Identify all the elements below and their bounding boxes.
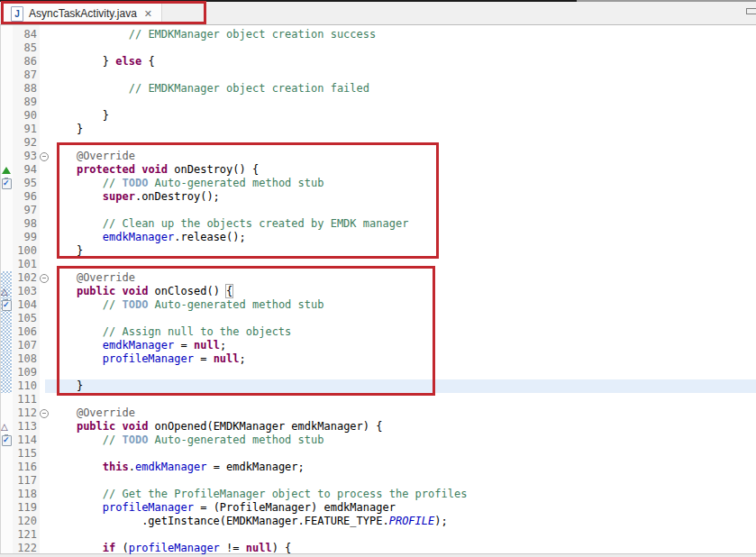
code-token: ; <box>220 339 226 352</box>
line-number[interactable]: 114 <box>13 434 37 447</box>
line-number[interactable]: 99 <box>13 231 37 244</box>
code-line[interactable]: public void onOpened(EMDKManager emdkMan… <box>50 420 756 434</box>
code-line[interactable] <box>50 393 756 406</box>
todo-task-marker-icon[interactable] <box>2 300 12 311</box>
line-number[interactable]: 102 <box>13 271 37 285</box>
code-token: ) { <box>272 542 292 554</box>
line-number[interactable]: 117 <box>13 474 37 488</box>
code-line[interactable] <box>50 312 756 325</box>
implements-marker-icon[interactable]: △ <box>1 286 8 297</box>
code-line[interactable]: @Override <box>50 150 756 163</box>
line-number[interactable]: 113 <box>13 420 37 434</box>
line-number[interactable]: 107 <box>13 339 37 352</box>
code-token <box>50 298 103 311</box>
line-number[interactable]: 84 <box>13 28 37 41</box>
line-number[interactable]: 106 <box>13 325 37 339</box>
code-line[interactable]: super.onDestroy(); <box>50 190 756 204</box>
line-number[interactable]: 119 <box>13 501 37 515</box>
line-number[interactable]: 98 <box>13 217 37 231</box>
todo-task-marker-icon[interactable] <box>2 435 12 446</box>
code-line[interactable] <box>50 204 756 217</box>
code-line[interactable] <box>50 258 756 271</box>
implements-marker-icon[interactable]: △ <box>1 421 8 433</box>
code-line[interactable] <box>50 68 756 82</box>
line-number[interactable]: 93 <box>13 150 37 163</box>
collapse-fold-icon[interactable] <box>40 409 49 418</box>
line-number[interactable]: 120 <box>13 515 37 528</box>
line-number[interactable]: 85 <box>13 41 37 55</box>
code-line[interactable] <box>50 41 756 55</box>
code-line[interactable]: // TODO Auto-generated method stub <box>50 298 756 312</box>
code-line[interactable]: } else { <box>50 55 756 68</box>
line-number[interactable]: 95 <box>13 177 37 190</box>
line-number[interactable]: 110 <box>13 379 37 393</box>
todo-task-marker-icon[interactable] <box>2 178 12 189</box>
code-line[interactable]: emdkManager.release(); <box>50 231 756 244</box>
line-number[interactable]: 103 <box>13 285 37 298</box>
code-line[interactable] <box>50 528 756 542</box>
code-line[interactable]: } <box>50 379 756 393</box>
code-line[interactable] <box>50 96 756 109</box>
code-line[interactable]: // Assign null to the objects <box>50 325 756 339</box>
line-number[interactable]: 105 <box>13 312 37 325</box>
minimize-icon[interactable] <box>746 8 756 14</box>
line-number[interactable]: 89 <box>13 96 37 109</box>
code-line[interactable]: // EMDKManager object creation failed <box>50 82 756 96</box>
code-line[interactable]: } <box>50 109 756 123</box>
code-line[interactable]: emdkManager = null; <box>50 339 756 352</box>
code-line[interactable]: } <box>50 244 756 258</box>
code-line[interactable]: profileManager = (ProfileManager) emdkMa… <box>50 501 756 515</box>
code-line[interactable]: // Get the ProfileManager object to proc… <box>50 488 756 501</box>
line-number[interactable]: 104 <box>13 298 37 312</box>
line-number[interactable]: 121 <box>13 528 37 542</box>
tab-close-icon[interactable]: ✕ <box>144 8 152 20</box>
line-number[interactable]: 86 <box>13 55 37 68</box>
line-number[interactable]: 88 <box>13 82 37 96</box>
code-line[interactable] <box>50 474 756 488</box>
code-line[interactable]: @Override <box>50 406 756 420</box>
code-line[interactable] <box>50 136 756 150</box>
line-number[interactable]: 111 <box>13 393 37 406</box>
code-line[interactable] <box>50 447 756 461</box>
line-number[interactable]: 91 <box>13 123 37 136</box>
code-line[interactable]: @Override <box>50 271 756 285</box>
code-line[interactable]: // TODO Auto-generated method stub <box>50 434 756 447</box>
line-number[interactable]: 116 <box>13 461 37 474</box>
gutter-cell <box>1 163 12 177</box>
editor-tab-asynctaskactivity[interactable]: J AsyncTaskActivity.java ✕ <box>4 3 162 24</box>
code-line[interactable]: } <box>50 123 756 136</box>
code-token <box>50 82 129 95</box>
line-number[interactable]: 90 <box>13 109 37 123</box>
code-line[interactable]: profileManager = null; <box>50 352 756 366</box>
line-number[interactable]: 118 <box>13 488 37 501</box>
line-number[interactable]: 101 <box>13 258 37 271</box>
code-line[interactable]: if (profileManager != null) { <box>50 542 756 555</box>
code-line[interactable]: public void onClosed() { <box>50 285 756 298</box>
code-line[interactable]: protected void onDestroy() { <box>50 163 756 177</box>
gutter-cell <box>1 515 12 528</box>
code-line[interactable]: // EMDKManager object creation success <box>50 28 756 41</box>
line-number[interactable]: 97 <box>13 204 37 217</box>
overrides-marker-icon[interactable] <box>2 167 11 174</box>
code-line[interactable] <box>50 366 756 379</box>
line-number[interactable]: 100 <box>13 244 37 258</box>
code-editor[interactable]: 84 // EMDKManager object creation succes… <box>0 25 756 557</box>
collapse-fold-icon[interactable] <box>40 152 49 161</box>
code-line[interactable]: .getInstance(EMDKManager.FEATURE_TYPE.PR… <box>50 515 756 528</box>
line-number[interactable]: 109 <box>13 366 37 379</box>
code-line[interactable]: // TODO Auto-generated method stub <box>50 177 756 190</box>
code-line[interactable]: // Clean up the objects created by EMDK … <box>50 217 756 231</box>
code-token-fld: emdkManager <box>103 231 174 243</box>
gutter-cell <box>1 461 12 474</box>
line-number[interactable]: 94 <box>13 163 37 177</box>
line-number[interactable]: 112 <box>13 406 37 420</box>
line-number[interactable]: 108 <box>13 352 37 366</box>
line-number[interactable]: 87 <box>13 68 37 82</box>
line-number[interactable]: 115 <box>13 447 37 461</box>
line-number[interactable]: 122 <box>13 542 37 555</box>
line-number[interactable]: 92 <box>13 136 37 150</box>
code-line[interactable]: this.emdkManager = emdkManager; <box>50 461 756 474</box>
line-number[interactable]: 96 <box>13 190 37 204</box>
code-token: } <box>50 55 115 68</box>
collapse-fold-icon[interactable] <box>40 274 49 283</box>
